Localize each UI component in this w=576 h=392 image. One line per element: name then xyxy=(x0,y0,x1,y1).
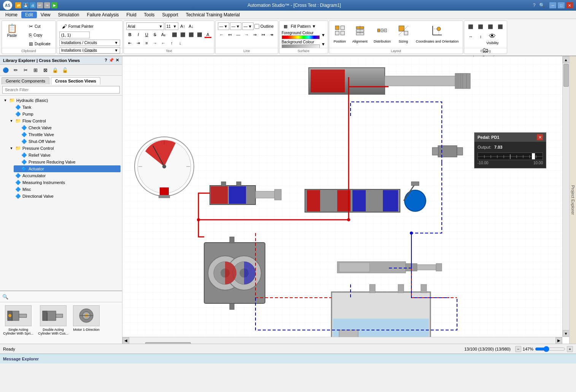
fill-pattern-row[interactable]: ▩ Fill Pattern ▼ xyxy=(282,22,325,30)
foreground-row[interactable]: Foreground Colour ▼ xyxy=(282,31,325,39)
align-justify-button[interactable]: ⬛ xyxy=(196,31,203,38)
tree-item-pump[interactable]: 🔷 Pump xyxy=(8,111,121,117)
lib-tool-2[interactable]: ✏ xyxy=(11,66,20,74)
italic-button[interactable]: I xyxy=(135,31,142,38)
tree-item-throttle-valve[interactable]: 🔷 Throttle Valve xyxy=(14,131,121,138)
tree-item-hydraulic[interactable]: ▼ 📁 Hydraulic (Basic) xyxy=(2,97,121,104)
menu-tools[interactable]: Tools xyxy=(140,11,159,18)
menu-home[interactable]: Home xyxy=(2,11,21,18)
close-button[interactable]: ✕ xyxy=(566,2,573,8)
subscript-button[interactable]: A₂ xyxy=(160,31,167,38)
bold-button[interactable]: B xyxy=(126,31,134,38)
font-size-dropdown[interactable]: 11▼ xyxy=(165,22,178,30)
flip-v-button[interactable]: ↕ xyxy=(476,32,485,41)
coordinates-button[interactable]: Coordinates and Orientation xyxy=(414,22,461,45)
search-button[interactable]: 🔍 xyxy=(539,2,545,8)
underline-button[interactable]: U xyxy=(143,31,151,38)
pedal-close-button[interactable]: ✕ xyxy=(537,134,543,140)
line-style-dropdown[interactable]: —▼ xyxy=(218,22,229,30)
line-end-4[interactable]: ↠ xyxy=(268,31,276,38)
line-end-2[interactable]: ⇒ xyxy=(251,31,259,38)
coord-input[interactable] xyxy=(59,32,90,38)
canvas-scroll-vertical[interactable]: ▲ ▼ xyxy=(562,56,569,337)
component-thumb-0[interactable]: Single Acting Cylinder With Spri... xyxy=(3,305,33,335)
tree-item-directional-valve[interactable]: 🔷 Directional Valve xyxy=(8,193,121,200)
arrange-forward-button[interactable]: ⬛ xyxy=(467,22,475,31)
sizing-button[interactable]: Sizing xyxy=(395,22,412,45)
lib-tool-5[interactable]: ⊠ xyxy=(41,66,49,74)
pedal-slider-thumb[interactable] xyxy=(532,153,535,159)
text-left-button[interactable]: ← xyxy=(160,39,167,47)
scroll-thumb-h[interactable] xyxy=(145,342,191,344)
cross-section-tab[interactable]: Cross Section Views xyxy=(51,77,100,84)
text-down-button[interactable]: ↓ xyxy=(176,39,184,47)
outline-checkbox[interactable] xyxy=(254,24,259,29)
flip-h-button[interactable]: ↔ xyxy=(467,32,475,41)
menu-fluid[interactable]: Fluid xyxy=(123,11,140,18)
lib-tool-3[interactable]: ✂ xyxy=(21,66,30,74)
lib-tool-4[interactable]: ⊞ xyxy=(31,66,40,74)
tree-item-misc[interactable]: 🔷 Misc xyxy=(8,186,121,193)
scroll-left-button[interactable]: ◀ xyxy=(122,337,129,344)
menu-simulation[interactable]: Simulation xyxy=(54,11,83,18)
scroll-track-v[interactable] xyxy=(563,63,570,330)
font-size-up-button[interactable]: A↑ xyxy=(179,22,187,30)
canvas-area[interactable]: Pedal: PD1 ✕ Output: 7.03 xyxy=(122,56,569,344)
line-start-1[interactable]: ← xyxy=(218,31,225,38)
tree-item-accumulator[interactable]: 🔷 Accumulator xyxy=(8,172,121,179)
indent-decrease-button[interactable]: ⇤ xyxy=(126,39,134,47)
msg-explorer[interactable]: Message Explorer xyxy=(0,354,576,363)
tree-item-relief-valve[interactable]: 🔷 Relief Valve xyxy=(14,152,121,159)
text-right-button[interactable]: → xyxy=(151,39,159,47)
cut-button[interactable]: ✂ Cut xyxy=(26,22,53,30)
generic-components-tab[interactable]: Generic Components xyxy=(2,77,49,84)
preview-zoom-button[interactable]: 🔍 xyxy=(1,292,10,301)
indent-increase-button[interactable]: ⇥ xyxy=(135,39,142,47)
line-mid[interactable]: — xyxy=(235,31,242,38)
help-button[interactable]: ? xyxy=(531,2,537,8)
menu-support[interactable]: Support xyxy=(159,11,182,18)
tree-item-shutoff-valve[interactable]: 🔷 Shut-Off Valve xyxy=(14,138,121,145)
paste-button[interactable]: 📋 Paste xyxy=(4,22,20,40)
tree-item-tank[interactable]: 🔷 Tank xyxy=(8,104,121,111)
minimize-button[interactable]: ─ xyxy=(549,2,556,8)
tree-item-check-valve[interactable]: 🔷 Check Valve xyxy=(14,124,121,131)
right-panel[interactable]: Project Explorer xyxy=(569,56,576,344)
format-painter-button[interactable]: 🖌 Format Painter xyxy=(59,22,120,30)
ungroup-button[interactable]: ⬛ xyxy=(496,22,505,31)
line-end-1[interactable]: → xyxy=(243,31,251,38)
zoom-in-button[interactable]: + xyxy=(567,346,573,352)
alignment-button[interactable]: Alignment xyxy=(351,22,370,45)
text-color-button[interactable]: A xyxy=(204,31,212,38)
component-thumb-2[interactable]: Motor 1-Direction xyxy=(73,305,100,332)
align-center-button[interactable]: ⬛ xyxy=(179,31,187,38)
menu-failure-analysis[interactable]: Failure Analysis xyxy=(83,11,123,18)
search-input[interactable] xyxy=(2,86,120,94)
scroll-down-button[interactable]: ▼ xyxy=(563,330,570,337)
line-start-2[interactable]: ↤ xyxy=(226,31,234,38)
position-button[interactable]: Position xyxy=(332,22,348,45)
text-up-button[interactable]: ↑ xyxy=(168,39,176,47)
lib-tool-lock[interactable]: 🔒 xyxy=(51,66,59,74)
distribution-button[interactable]: Distribution xyxy=(372,22,393,45)
strikethrough-button[interactable]: S̶ xyxy=(151,31,159,38)
line-color-dropdown[interactable]: —▼ xyxy=(242,22,254,30)
menu-view[interactable]: View xyxy=(37,11,54,18)
font-dropdown[interactable]: Arial▼ xyxy=(126,22,164,30)
arrange-back-button[interactable]: ⬛ xyxy=(476,22,485,31)
group-button[interactable]: ⬛ xyxy=(486,22,495,31)
line-width-dropdown[interactable]: —▼ xyxy=(230,22,241,30)
align-left-button[interactable]: ⬛ xyxy=(171,31,178,38)
canvas-scroll-horizontal[interactable]: ◀ ▶ xyxy=(122,337,562,344)
scroll-thumb-v[interactable] xyxy=(563,64,569,87)
align-right-button[interactable]: ⬛ xyxy=(187,31,195,38)
visibility-button[interactable]: 👁 Visibility xyxy=(486,32,498,45)
pedal-slider-track[interactable] xyxy=(478,152,543,160)
tree-item-pressure-control[interactable]: ▼ 📁 Pressure Control xyxy=(8,145,121,152)
menu-training[interactable]: Technical Training Material xyxy=(182,11,244,18)
font-size-down-button[interactable]: A↓ xyxy=(187,22,195,30)
background-row[interactable]: Background Colour ▼ xyxy=(282,40,325,48)
scroll-up-button[interactable]: ▲ xyxy=(563,56,570,63)
tree-item-measuring[interactable]: 🔷 Measuring Instruments xyxy=(8,179,121,186)
bullet-list-button[interactable]: ≡ xyxy=(143,39,151,47)
